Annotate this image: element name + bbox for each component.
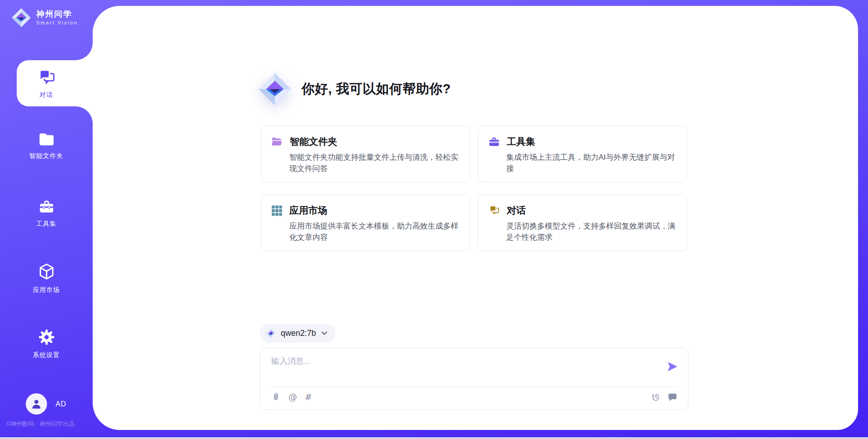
attach-file-button[interactable] xyxy=(271,392,281,402)
active-item-bottom-fillet xyxy=(75,106,93,124)
card-title: 智能文件夹 xyxy=(290,135,337,148)
card-smart-folder[interactable]: 智能文件夹 智能文件夹功能支持批量文件上传与清洗，轻松实现文件问答 xyxy=(261,126,470,182)
card-toolset[interactable]: 工具集 集成市场上主流工具，助力AI与外界无缝扩展与对接 xyxy=(478,126,687,182)
message-composer: @ # xyxy=(260,348,689,410)
avatar xyxy=(26,393,47,415)
cube-icon xyxy=(38,262,56,281)
brand-gem-icon xyxy=(11,7,32,28)
chat-icon xyxy=(37,68,56,87)
mention-button[interactable]: @ xyxy=(288,392,297,402)
chevron-down-icon xyxy=(321,331,327,335)
folder-open-icon xyxy=(271,136,283,147)
at-icon: @ xyxy=(288,392,297,402)
sidebar-item-label: 对话 xyxy=(40,91,53,99)
sidebar-item-label: 系统设置 xyxy=(33,351,60,359)
composer-divider xyxy=(271,387,677,387)
user-profile[interactable]: AD xyxy=(26,393,66,415)
card-title: 对话 xyxy=(507,204,526,217)
copyright-text: ©神州数码 · 神州问学出品 xyxy=(6,420,75,428)
feature-cards: 智能文件夹 智能文件夹功能支持批量文件上传与清洗，轻松实现文件问答 工具集 集成… xyxy=(261,126,687,251)
main-panel: 你好, 我可以如何帮助你? 智能文件夹 智能文件夹功能支持批量文件上传与清洗，轻… xyxy=(93,6,858,430)
brand-logo: 神州问学 Smart Vision xyxy=(11,7,78,28)
sidebar-item-label: 工具集 xyxy=(36,220,57,228)
person-icon xyxy=(30,398,42,410)
card-title: 应用市场 xyxy=(289,204,327,217)
card-description: 集成市场上主流工具，助力AI与外界无缝扩展与对接 xyxy=(506,152,677,174)
user-name: AD xyxy=(56,400,66,408)
sidebar-item-toolset[interactable]: 工具集 xyxy=(0,199,93,228)
history-button[interactable] xyxy=(651,392,660,402)
hash-icon: # xyxy=(305,392,312,402)
history-clock-icon xyxy=(651,392,660,402)
sidebar-item-app-market[interactable]: 应用市场 xyxy=(0,262,93,294)
sidebar-item-settings[interactable]: 系统设置 xyxy=(0,329,93,359)
greeting-gem-icon xyxy=(257,72,292,107)
card-description: 智能文件夹功能支持批量文件上传与清洗，轻松实现文件问答 xyxy=(289,152,460,174)
sidebar-item-label: 智能文件夹 xyxy=(29,152,63,160)
brand-subtitle: Smart Vision xyxy=(36,20,78,26)
message-input[interactable] xyxy=(271,356,656,379)
model-gem-icon xyxy=(266,328,276,339)
gear-icon xyxy=(38,329,55,346)
bottom-edge-strip xyxy=(0,437,868,439)
send-icon xyxy=(666,360,679,373)
conversations-button[interactable] xyxy=(668,392,677,402)
active-item-top-fillet xyxy=(75,43,93,60)
composer-toolbar: @ # xyxy=(271,392,677,402)
toolbox-icon xyxy=(38,199,55,215)
grid-icon xyxy=(271,205,283,216)
folder-icon xyxy=(38,132,55,147)
sidebar-item-label: 应用市场 xyxy=(33,286,60,294)
topic-button[interactable]: # xyxy=(305,392,312,402)
greeting-title: 你好, 我可以如何帮助你? xyxy=(302,80,451,98)
model-selector[interactable]: qwen2:7b xyxy=(260,324,335,343)
sidebar-item-smart-folder[interactable]: 智能文件夹 xyxy=(0,132,93,160)
sidebar-item-chat[interactable]: 对话 xyxy=(17,60,93,106)
app-root: { "brand": { "name": "神州问学", "subtitle":… xyxy=(0,0,868,439)
toolbox-icon xyxy=(488,136,500,148)
card-title: 工具集 xyxy=(507,135,535,148)
brand-name: 神州问学 xyxy=(36,10,78,19)
greeting: 你好, 我可以如何帮助你? xyxy=(257,72,451,107)
card-app-market[interactable]: 应用市场 应用市场提供丰富长文本模板，助力高效生成多样化文章内容 xyxy=(261,195,470,251)
card-description: 灵活切换多模型文件，支持多样回复效果调试，满足个性化需求 xyxy=(506,221,677,243)
card-chat[interactable]: 对话 灵活切换多模型文件，支持多样回复效果调试，满足个性化需求 xyxy=(478,195,687,251)
card-description: 应用市场提供丰富长文本模板，助力高效生成多样化文章内容 xyxy=(289,221,460,243)
chat-icon xyxy=(488,205,500,216)
chat-bubble-icon xyxy=(668,392,677,402)
paperclip-icon xyxy=(271,392,281,402)
model-name: qwen2:7b xyxy=(281,329,316,338)
send-button[interactable] xyxy=(666,360,679,373)
